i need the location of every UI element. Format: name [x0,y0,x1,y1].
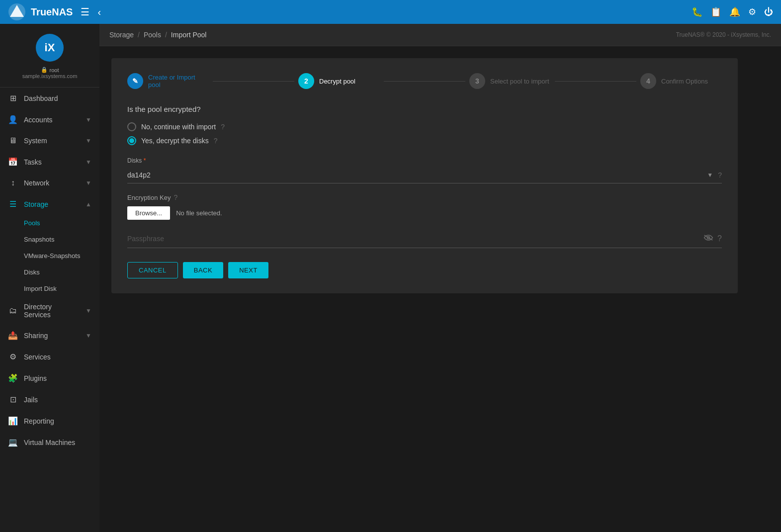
sidebar-item-label: System [24,137,47,145]
sidebar-item-accounts[interactable]: 👤 Accounts ▼ [0,109,99,130]
sidebar-item-system[interactable]: 🖥 System ▼ [0,130,99,151]
power-icon[interactable]: ⏻ [764,7,773,17]
content-area: Storage / Pools / Import Pool TrueNAS® ©… [99,24,781,532]
settings-icon[interactable]: ⚙ [748,6,756,17]
step-3-circle: 3 [469,73,485,89]
passphrase-help-icon[interactable]: ? [717,234,722,243]
plugins-icon: 🧩 [8,373,18,383]
radio-yes-label: Yes, decrypt the disks [141,137,209,145]
sidebar-item-snapshots[interactable]: Snapshots [0,231,99,248]
cancel-button[interactable]: CANCEL [127,262,178,278]
radio-no-help-icon[interactable]: ? [221,123,225,131]
pass-icons: ? [703,234,722,243]
alerts-icon[interactable]: 🔔 [729,6,740,17]
button-row: CANCEL BACK NEXT [127,262,722,278]
sidebar-item-network[interactable]: ↕ Network ▼ [0,173,99,193]
username: root [50,67,59,73]
sidebar-item-jails[interactable]: ⊡ Jails [0,389,99,410]
passphrase-input[interactable] [127,232,703,246]
chevron-up-icon: ▲ [86,201,91,208]
sidebar-item-label: Virtual Machines [24,439,75,446]
step-1: ✎ Create or Import pool [127,73,209,89]
step-4: 4 Confirm Options [640,73,722,89]
step-1-icon: ✎ [132,77,138,85]
sidebar: iX 🔒 root sample.ixsystems.com ⊞ Dashboa… [0,24,99,532]
sidebar-item-label: Tasks [24,158,42,166]
directory-icon: 🗂 [8,306,18,315]
sidebar-item-reporting[interactable]: 📊 Reporting [0,410,99,432]
topbar-left: TrueNAS ☰ ‹ [8,3,101,21]
topbar: TrueNAS ☰ ‹ 🐛 📋 🔔 ⚙ ⏻ [0,0,781,24]
radio-no-circle [127,122,136,131]
disks-select-value: da14p2 [127,167,707,183]
chevron-down-icon: ▼ [86,179,91,186]
services-icon: ⚙ [8,352,18,361]
sidebar-item-label: Services [24,353,51,361]
avatar: iX [36,34,64,62]
network-icon: ↕ [8,178,18,187]
browse-button[interactable]: Browse... [127,206,170,220]
menu-icon[interactable]: ☰ [81,6,89,18]
step-3-label: Select pool to import [490,78,549,85]
sidebar-item-plugins[interactable]: 🧩 Plugins [0,367,99,389]
sidebar-item-storage[interactable]: ☰ Storage ▲ [0,193,99,215]
next-button[interactable]: NEXT [228,262,268,278]
radio-yes-help-icon[interactable]: ? [214,137,218,145]
disks-field: Disks * da14p2 ▼ ? [127,157,722,183]
radio-yes-circle [127,136,136,145]
sidebar-user: iX 🔒 root sample.ixsystems.com [0,24,99,88]
back-button[interactable]: BACK [183,262,223,278]
feedback-icon[interactable]: 🐛 [692,6,702,17]
notes-icon[interactable]: 📋 [710,6,721,17]
sidebar-item-sharing[interactable]: 📤 Sharing ▼ [0,325,99,346]
chevron-down-icon: ▼ [86,137,91,144]
dashboard-icon: ⊞ [8,93,18,103]
reporting-icon: 📊 [8,416,18,426]
breadcrumb-bar: Storage / Pools / Import Pool TrueNAS® ©… [99,24,781,46]
system-icon: 🖥 [8,136,18,145]
step-3-number: 3 [475,77,479,85]
sidebar-item-label: Storage [24,200,48,208]
radio-no[interactable]: No, continue with import ? [127,122,722,131]
sidebar-item-directory-services[interactable]: 🗂 Directory Services ▼ [0,297,99,325]
user-lock: 🔒 root [41,67,59,73]
sharing-icon: 📤 [8,331,18,340]
radio-no-label: No, continue with import [141,123,216,131]
breadcrumb-sep2: / [165,31,167,39]
sidebar-item-label: Reporting [24,417,54,425]
sidebar-item-disks[interactable]: Disks [0,264,99,280]
sidebar-item-services[interactable]: ⚙ Services [0,346,99,367]
disks-help-icon[interactable]: ? [718,171,722,179]
sidebar-item-vmware-snapshots[interactable]: VMware-Snapshots [0,248,99,264]
enc-key-help-icon[interactable]: ? [174,193,177,201]
chevron-down-icon: ▼ [86,307,91,314]
sidebar-item-tasks[interactable]: 📅 Tasks ▼ [0,151,99,173]
sidebar-item-dashboard[interactable]: ⊞ Dashboard [0,88,99,109]
sidebar-item-label: Network [24,179,49,187]
encryption-key-label: Encryption Key ? [127,193,722,201]
sidebar-item-import-disk[interactable]: Import Disk [0,280,99,297]
sidebar-item-virtual-machines[interactable]: 💻 Virtual Machines [0,432,99,453]
breadcrumb-storage[interactable]: Storage [109,31,134,39]
tasks-icon: 📅 [8,157,18,167]
no-file-text: No file selected. [176,209,222,217]
dropdown-icon[interactable]: ▼ [707,172,713,178]
breadcrumb-pools[interactable]: Pools [144,31,161,39]
radio-yes[interactable]: Yes, decrypt the disks ? [127,136,722,145]
step-4-circle: 4 [640,73,656,89]
topbar-icons: 🐛 📋 🔔 ⚙ ⏻ [692,6,773,17]
accounts-icon: 👤 [8,115,18,124]
back-icon[interactable]: ‹ [97,6,101,18]
sidebar-item-pools[interactable]: Pools [0,215,99,231]
step-4-number: 4 [646,77,650,85]
hostname: sample.ixsystems.com [22,73,78,79]
vm-icon: 💻 [8,438,18,447]
sidebar-item-label: Jails [24,396,38,404]
sidebar-item-label: Sharing [24,332,48,340]
chevron-down-icon: ▼ [86,116,91,123]
sidebar-item-label: Plugins [24,374,47,382]
visibility-off-icon[interactable] [703,234,713,243]
step-2-number: 2 [304,77,308,85]
main-content: ✎ Create or Import pool 2 Decrypt pool [99,46,781,532]
truenas-logo-icon [8,3,26,21]
